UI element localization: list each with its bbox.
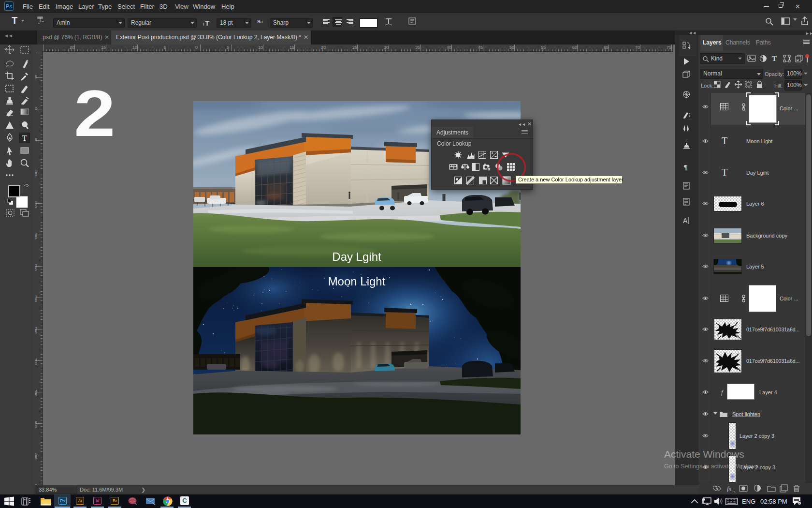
svg-text:fx: fx bbox=[727, 485, 732, 492]
svg-text:Moon Light: Moon Light bbox=[328, 275, 386, 288]
svg-text:T: T bbox=[772, 55, 777, 62]
svg-text:A: A bbox=[683, 217, 688, 224]
svg-text:¶: ¶ bbox=[684, 164, 687, 171]
svg-text:T: T bbox=[22, 134, 28, 143]
svg-text:Day Lgiht: Day Lgiht bbox=[332, 250, 381, 263]
